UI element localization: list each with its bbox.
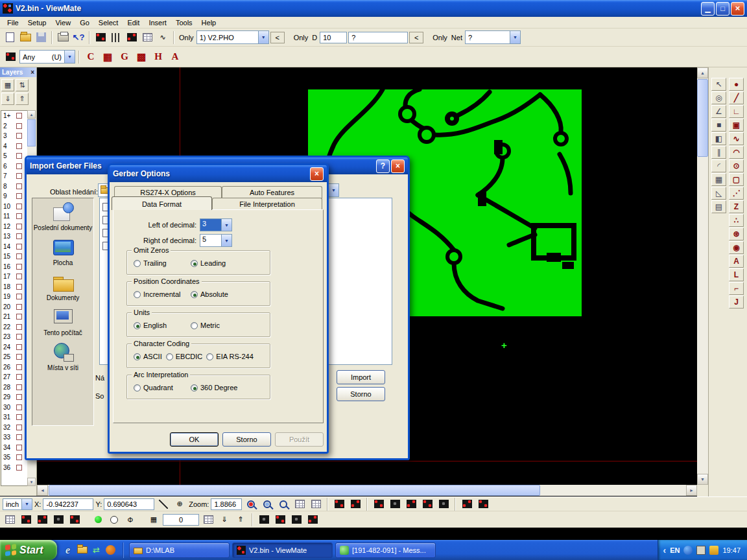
l-tool-button[interactable]: L — [729, 268, 744, 281]
start-button[interactable]: Start — [0, 540, 57, 560]
tray-network-icon[interactable] — [683, 546, 693, 555]
draw-dashed-button[interactable]: ⋰ — [729, 187, 744, 200]
scroll-down-icon[interactable]: ▼ — [697, 474, 708, 485]
layer-row[interactable]: 28 — [1, 382, 28, 393]
film-button[interactable] — [3, 49, 18, 65]
layer-row[interactable]: 20 — [1, 302, 28, 312]
chevron-down-icon[interactable]: ▼ — [221, 235, 231, 246]
layer-row[interactable]: 19 — [1, 292, 28, 302]
draw-rect-button[interactable]: ▣ — [729, 119, 744, 132]
menu-item-tools[interactable]: Tools — [171, 18, 197, 28]
diameter-button[interactable]: Φ — [123, 513, 137, 527]
prev-dcode-button[interactable]: < — [409, 32, 423, 43]
menu-item-edit[interactable]: Edit — [123, 18, 144, 28]
vertical-scrollbar[interactable]: ▲ ▼ — [697, 67, 708, 485]
layer-swatch[interactable] — [16, 354, 22, 360]
ruler-tool-button[interactable]: ⌐ — [729, 282, 744, 295]
draw-frame-button[interactable]: ▢ — [729, 173, 744, 186]
trace-display-button[interactable] — [348, 497, 362, 511]
radio-360-degree[interactable]: 360 Degree — [191, 384, 248, 391]
layer-swatch[interactable] — [16, 434, 22, 440]
layer-swatch[interactable] — [16, 274, 22, 279]
flash-view-button[interactable] — [372, 497, 386, 511]
radio-trailing[interactable]: Trailing — [134, 259, 191, 267]
layer-swatch[interactable] — [16, 264, 22, 270]
layer-row[interactable]: 2 — [1, 121, 28, 132]
layer-row[interactable]: 26 — [1, 362, 28, 373]
menu-item-help[interactable]: Help — [197, 18, 221, 28]
radio-absolute[interactable]: Absolute — [191, 290, 248, 298]
film-positive-button[interactable] — [51, 513, 65, 527]
quicklaunch-ie-icon[interactable]: e — [62, 544, 73, 555]
layer-swatch[interactable] — [16, 445, 22, 450]
layer-row[interactable]: 22 — [1, 322, 28, 332]
layer-row[interactable]: 33 — [1, 432, 28, 443]
table-view-button[interactable] — [309, 497, 323, 511]
layer-swatch[interactable] — [16, 294, 22, 299]
place-network[interactable]: Místa v síti — [32, 342, 93, 371]
quicklaunch-browser-icon[interactable] — [105, 544, 116, 555]
chevron-down-icon[interactable]: ▼ — [510, 31, 520, 43]
layers-close-icon[interactable]: × — [30, 69, 34, 76]
layer-swatch[interactable] — [16, 404, 22, 410]
layer-row[interactable]: 34 — [1, 443, 28, 453]
radio-quadrant[interactable]: Quadrant — [134, 384, 191, 391]
layer-swatch[interactable] — [16, 414, 22, 420]
filled-pad-tool-button[interactable]: ■ — [711, 119, 726, 132]
pattern-c-button[interactable] — [289, 513, 303, 527]
layer-swatch[interactable] — [16, 163, 22, 169]
place-documents[interactable]: Dokumenty — [32, 272, 93, 301]
polygon-view-button[interactable] — [388, 497, 402, 511]
layer-row[interactable]: 36 — [1, 463, 28, 473]
place-desktop[interactable]: Plocha — [32, 237, 93, 266]
layer-row[interactable]: 7 — [1, 171, 28, 181]
menu-item-view[interactable]: View — [51, 18, 75, 28]
board-grid-button[interactable] — [3, 513, 17, 527]
layer-swatch[interactable] — [16, 304, 22, 310]
negative-view-button[interactable] — [476, 497, 490, 511]
film-box-button[interactable] — [460, 497, 474, 511]
layer-reorder-button[interactable]: ⇅ — [16, 79, 29, 91]
scroll-up-icon[interactable]: ▲ — [697, 67, 708, 78]
layer-row[interactable]: 29 — [1, 392, 28, 402]
gerber-dialog-titlebar[interactable]: Gerber Options × — [110, 165, 327, 182]
scroll-up-icon[interactable]: ▲ — [27, 110, 36, 119]
settings-tool-button[interactable]: ⊛ — [729, 228, 744, 240]
pad-pair-tool-button[interactable]: ◎ — [711, 91, 726, 104]
layer-row[interactable]: 24 — [1, 342, 28, 353]
layer-row[interactable]: 4 — [1, 141, 28, 152]
layer-swatch[interactable] — [16, 324, 22, 330]
measure-button[interactable] — [109, 30, 123, 45]
tab-auto-features[interactable]: Auto Features — [222, 186, 322, 198]
layer-swatch[interactable] — [16, 454, 22, 460]
gerber-tool-button[interactable]: G — [117, 49, 132, 65]
j-tool-button[interactable]: J — [729, 296, 744, 309]
title-bar[interactable]: V2.bin - ViewMate ▁ □ × — [0, 0, 747, 17]
layer-row[interactable]: 30 — [1, 402, 28, 413]
layer-swatch[interactable] — [16, 213, 22, 219]
pointer-tool-button[interactable]: ↖ — [711, 78, 726, 91]
layer-row[interactable]: 6 — [1, 161, 28, 172]
dcode-value-field[interactable]: 0 — [163, 514, 199, 526]
layer-swatch[interactable] — [16, 173, 22, 179]
layer-move-down-button[interactable]: ⇓ — [1, 93, 14, 105]
taskbar-task-191-482-091-mess[interactable]: [191-482-091] - Mess... — [335, 542, 436, 558]
scroll-left-icon[interactable]: ◄ — [37, 485, 48, 496]
draw-line-button[interactable]: ╱ — [729, 91, 744, 104]
layer-swatch[interactable] — [16, 334, 22, 340]
color-swap-button[interactable] — [35, 513, 49, 527]
layer-row[interactable]: 13 — [1, 231, 28, 242]
menu-item-select[interactable]: Select — [94, 18, 123, 28]
layer-swatch[interactable] — [16, 253, 22, 259]
radio-leading[interactable]: Leading — [191, 259, 248, 267]
tab-file-interpretation[interactable]: File Interpretation — [212, 198, 322, 210]
menu-item-setup[interactable]: Setup — [23, 18, 51, 28]
draw-dots-button[interactable]: ∴ — [729, 214, 744, 227]
anchor-up-button[interactable]: ⇑ — [233, 513, 248, 527]
menu-item-file[interactable]: File — [3, 18, 23, 28]
scroll-down-icon[interactable]: ▼ — [27, 478, 36, 486]
layer-swatch[interactable] — [16, 425, 22, 430]
radio-incremental[interactable]: Incremental — [134, 290, 191, 298]
pattern-d-button[interactable] — [305, 513, 320, 527]
layer-swatch[interactable] — [16, 314, 22, 320]
